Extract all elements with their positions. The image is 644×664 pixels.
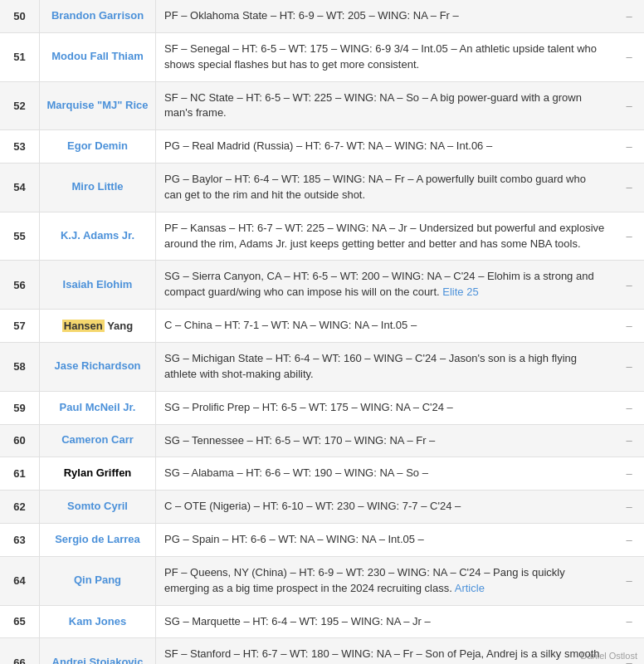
- player-name-link[interactable]: Paul McNeil Jr.: [60, 401, 136, 415]
- player-name-link[interactable]: Egor Demin: [67, 139, 128, 154]
- player-name-cell[interactable]: Marquise "MJ" Rice: [40, 82, 156, 130]
- player-name-cell[interactable]: Kam Jones: [40, 606, 156, 638]
- rank-number: 57: [0, 310, 40, 342]
- rating-dash: –: [614, 261, 644, 309]
- table-row: 66Andrej StojakovicSF – Stanford – HT: 6…: [0, 638, 644, 664]
- player-name-link[interactable]: Andrej Stojakovic: [52, 656, 144, 664]
- player-name-link[interactable]: Jase Richardson: [54, 359, 140, 374]
- player-name-cell[interactable]: Hansen Yang: [40, 310, 156, 342]
- player-name-link[interactable]: Hansen Yang: [62, 320, 133, 332]
- rating-dash: –: [614, 0, 644, 32]
- player-description: SG – Prolific Prep – HT: 6-5 – WT: 175 –…: [156, 392, 614, 424]
- player-name-cell[interactable]: Jase Richardson: [40, 343, 156, 391]
- table-row: 57Hansen YangC – China – HT: 7-1 – WT: N…: [0, 310, 644, 343]
- player-name-cell[interactable]: Qin Pang: [40, 557, 156, 605]
- player-name-cell[interactable]: Paul McNeil Jr.: [40, 392, 156, 424]
- player-description: PG – Real Madrid (Russia) – HT: 6-7- WT:…: [156, 130, 614, 163]
- table-row: 63Sergio de LarreaPG – Spain – HT: 6-6 –…: [0, 524, 644, 557]
- table-row: 52Marquise "MJ" RiceSF – NC State – HT: …: [0, 82, 644, 131]
- table-row: 58Jase RichardsonSG – Michigan State – H…: [0, 343, 644, 392]
- table-row: 54Miro LittlePG – Baylor – HT: 6-4 – WT:…: [0, 164, 644, 212]
- table-row: 55K.J. Adams Jr.PF – Kansas – HT: 6-7 – …: [0, 212, 644, 261]
- player-name-link[interactable]: Cameron Carr: [61, 433, 134, 447]
- table-row: 53Egor DeminPG – Real Madrid (Russia) – …: [0, 130, 644, 164]
- rating-dash: –: [614, 212, 644, 261]
- table-row: 60Cameron CarrSG – Tennessee – HT: 6-5 –…: [0, 425, 644, 458]
- rank-number: 58: [0, 343, 40, 391]
- rating-dash: –: [614, 606, 644, 638]
- table-row: 65Kam JonesSG – Marquette – HT: 6-4 – WT…: [0, 606, 644, 639]
- player-name-cell[interactable]: Brandon Garrison: [40, 0, 156, 32]
- player-name-cell[interactable]: Rylan Griffen: [40, 457, 156, 490]
- rank-number: 52: [0, 82, 40, 130]
- player-name-link[interactable]: Modou Fall Thiam: [51, 50, 144, 64]
- rating-dash: –: [614, 310, 644, 342]
- player-name-link[interactable]: Brandon Garrison: [51, 9, 144, 23]
- prospect-table: 50Brandon GarrisonPF – Oklahoma State – …: [0, 0, 644, 664]
- player-description: SF – Stanford – HT: 6-7 – WT: 180 – WING…: [156, 638, 614, 664]
- player-description: PF – Oklahoma State – HT: 6-9 – WT: 205 …: [156, 0, 614, 32]
- player-name-link[interactable]: K.J. Adams Jr.: [61, 229, 134, 243]
- watermark: Daniel Ostlost: [581, 651, 637, 661]
- rank-number: 64: [0, 557, 40, 605]
- player-name-cell[interactable]: Somto Cyril: [40, 491, 156, 523]
- table-row: 59Paul McNeil Jr.SG – Prolific Prep – HT…: [0, 392, 644, 425]
- player-name-link[interactable]: Qin Pang: [74, 574, 121, 588]
- table-row: 56Isaiah ElohimSG – Sierra Canyon, CA – …: [0, 261, 644, 310]
- player-description: C – OTE (Nigeria) – HT: 6-10 – WT: 230 –…: [156, 491, 614, 523]
- player-name-cell[interactable]: Isaiah Elohim: [40, 261, 156, 309]
- name-suffix: Yang: [105, 320, 133, 332]
- rating-dash: –: [614, 343, 644, 391]
- player-description: SG – Michigan State – HT: 6-4 – WT: 160 …: [156, 343, 614, 391]
- rating-dash: –: [614, 457, 644, 490]
- name-highlight: Hansen: [62, 320, 105, 332]
- player-name-cell[interactable]: Cameron Carr: [40, 425, 156, 457]
- rating-dash: –: [614, 524, 644, 556]
- rank-number: 62: [0, 491, 40, 523]
- player-name-cell[interactable]: K.J. Adams Jr.: [40, 212, 156, 261]
- player-name-link[interactable]: Kam Jones: [69, 615, 126, 629]
- player-name-cell[interactable]: Miro Little: [40, 164, 156, 212]
- player-name-link[interactable]: Isaiah Elohim: [63, 278, 133, 292]
- rank-number: 63: [0, 524, 40, 556]
- rating-dash: –: [614, 557, 644, 605]
- player-name-cell[interactable]: Egor Demin: [40, 130, 156, 163]
- table-row: 51Modou Fall ThiamSF – Senegal – HT: 6-5…: [0, 33, 644, 82]
- table-row: 50Brandon GarrisonPF – Oklahoma State – …: [0, 0, 644, 33]
- rating-dash: –: [614, 130, 644, 163]
- player-name-link[interactable]: Somto Cyril: [67, 500, 128, 514]
- player-description: PF – Kansas – HT: 6-7 – WT: 225 – WING: …: [156, 212, 614, 261]
- rating-dash: –: [614, 425, 644, 457]
- table-row: 64Qin PangPF – Queens, NY (China) – HT: …: [0, 557, 644, 606]
- rating-dash: –: [614, 82, 644, 130]
- player-name-link[interactable]: Rylan Griffen: [64, 466, 132, 481]
- player-description: SG – Tennessee – HT: 6-5 – WT: 170 – WIN…: [156, 425, 614, 457]
- player-description: C – China – HT: 7-1 – WT: NA – WING: NA …: [156, 310, 614, 342]
- player-description: SG – Marquette – HT: 6-4 – WT: 195 – WIN…: [156, 606, 614, 638]
- rank-number: 53: [0, 130, 40, 163]
- player-name-link[interactable]: Marquise "MJ" Rice: [46, 99, 148, 113]
- player-name-cell[interactable]: Modou Fall Thiam: [40, 33, 156, 81]
- player-description: PG – Baylor – HT: 6-4 – WT: 185 – WING: …: [156, 164, 614, 212]
- rank-number: 60: [0, 425, 40, 457]
- rank-number: 56: [0, 261, 40, 309]
- player-description: PG – Spain – HT: 6-6 – WT: NA – WING: NA…: [156, 524, 614, 556]
- table-row: 62Somto CyrilC – OTE (Nigeria) – HT: 6-1…: [0, 491, 644, 524]
- rank-number: 59: [0, 392, 40, 424]
- table-row: 61Rylan GriffenSG – Alabama – HT: 6-6 – …: [0, 457, 644, 491]
- rank-number: 55: [0, 212, 40, 261]
- rating-dash: –: [614, 33, 644, 81]
- description-link[interactable]: Article: [455, 582, 485, 594]
- rank-number: 50: [0, 0, 40, 32]
- rank-number: 61: [0, 457, 40, 490]
- rating-dash: –: [614, 392, 644, 424]
- player-name-cell[interactable]: Sergio de Larrea: [40, 524, 156, 556]
- description-link[interactable]: Elite 25: [442, 286, 478, 298]
- rank-number: 51: [0, 33, 40, 81]
- player-name-link[interactable]: Sergio de Larrea: [55, 533, 140, 547]
- rating-dash: –: [614, 164, 644, 212]
- player-description: SF – NC State – HT: 6-5 – WT: 225 – WING…: [156, 82, 614, 130]
- player-name-link[interactable]: Miro Little: [71, 180, 123, 194]
- player-name-cell[interactable]: Andrej Stojakovic: [40, 638, 156, 664]
- player-description: SF – Senegal – HT: 6-5 – WT: 175 – WING:…: [156, 33, 614, 81]
